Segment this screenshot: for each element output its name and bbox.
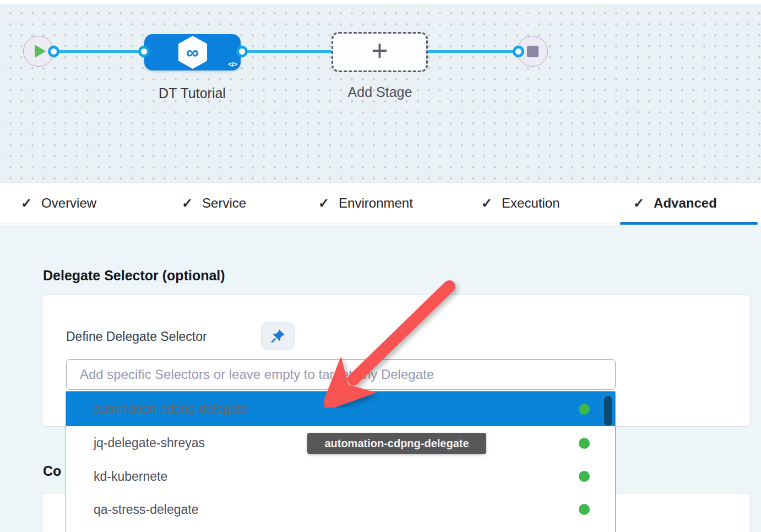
- delegate-dropdown: automation-cdpng-delegate jq-delegate-sh…: [66, 391, 616, 532]
- check-icon: ✓: [182, 196, 193, 211]
- stage-label: DT Tutorial: [132, 85, 253, 101]
- play-icon: [35, 45, 46, 58]
- tab-label: Execution: [502, 196, 559, 211]
- infinity-icon: ∞: [177, 35, 208, 69]
- check-icon: ✓: [633, 196, 644, 211]
- pin-icon: [270, 328, 286, 344]
- add-stage-button[interactable]: +: [331, 32, 428, 72]
- dropdown-scrollbar-thumb[interactable]: [604, 396, 612, 426]
- tab-label: Environment: [339, 196, 413, 211]
- connector-port: [48, 46, 59, 57]
- stage-node-dt-tutorial[interactable]: ∞ </>: [144, 34, 241, 70]
- delegate-tooltip: automation-cdpng-delegate: [307, 433, 486, 454]
- define-delegate-selector-label: Define Delegate Selector: [66, 329, 207, 344]
- dropdown-item[interactable]: kd-kubernete: [66, 460, 615, 493]
- dropdown-item-label: jq-delegate-shreyas: [94, 436, 205, 450]
- stage-tabbar: ✓ Overview ✓ Service ✓ Environment ✓ Exe…: [0, 182, 761, 224]
- code-icon[interactable]: </>: [228, 60, 237, 68]
- status-dot-connected: [579, 404, 590, 415]
- pipeline-canvas[interactable]: ∞ </> + DT Tutorial Add Stage: [0, 0, 761, 182]
- tab-label: Overview: [41, 196, 96, 211]
- add-stage-label: Add Stage: [319, 84, 441, 100]
- dropdown-item-label: automation-cdpng-delegate: [94, 401, 248, 416]
- pipeline-connector-line: [54, 50, 518, 53]
- status-dot-connected: [579, 438, 590, 449]
- check-icon: ✓: [481, 196, 492, 211]
- check-icon: ✓: [318, 196, 329, 211]
- delegate-selector-input[interactable]: [66, 359, 616, 390]
- status-dot-connected: [579, 471, 590, 482]
- dropdown-item-label: kd-kubernete: [94, 469, 167, 484]
- status-dot-connected: [579, 504, 590, 515]
- dropdown-item-label: qa-stress-delegate: [94, 502, 199, 517]
- pipeline-advanced-screen: ∞ </> + DT Tutorial Add Stage ✓ Overview…: [0, 0, 761, 532]
- dropdown-item[interactable]: qa-stress-delegate: [66, 493, 615, 526]
- connector-port: [513, 46, 524, 57]
- tab-environment[interactable]: ✓ Environment: [318, 183, 413, 224]
- connector-port: [138, 46, 150, 57]
- tab-advanced[interactable]: ✓ Advanced: [633, 183, 717, 224]
- connector-port: [236, 46, 248, 57]
- tab-label: Advanced: [654, 196, 717, 211]
- delegate-selector-heading: Delegate Selector (optional): [43, 268, 225, 284]
- tab-label: Service: [202, 196, 246, 211]
- dropdown-item[interactable]: automation-cdpng-delegate: [66, 392, 615, 426]
- tab-execution[interactable]: ✓ Execution: [481, 183, 560, 224]
- harness-stage-icon: ∞: [177, 35, 208, 69]
- check-icon: ✓: [21, 196, 32, 211]
- plus-icon: +: [371, 40, 388, 63]
- stop-icon: [527, 46, 539, 57]
- pin-button[interactable]: [261, 322, 295, 350]
- tab-service[interactable]: ✓ Service: [182, 183, 246, 224]
- next-section-heading-partial: Co: [43, 463, 61, 479]
- canvas-top-strip: [0, 0, 761, 4]
- tab-overview[interactable]: ✓ Overview: [21, 183, 96, 224]
